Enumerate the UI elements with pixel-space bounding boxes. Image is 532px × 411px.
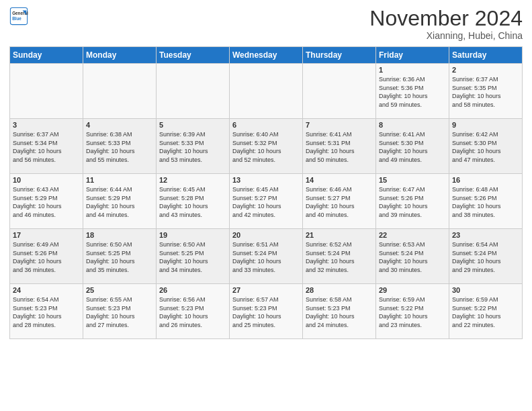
day-info: Sunrise: 6:39 AM Sunset: 5:33 PM Dayligh… — [159, 130, 226, 164]
day-info: Sunrise: 6:46 AM Sunset: 5:27 PM Dayligh… — [306, 185, 373, 219]
calendar-cell: 27Sunrise: 6:57 AM Sunset: 5:23 PM Dayli… — [230, 284, 303, 339]
day-info: Sunrise: 6:56 AM Sunset: 5:23 PM Dayligh… — [159, 295, 226, 329]
day-info: Sunrise: 6:50 AM Sunset: 5:25 PM Dayligh… — [159, 240, 226, 274]
day-number: 1 — [379, 66, 446, 74]
calendar-cell: 1Sunrise: 6:36 AM Sunset: 5:36 PM Daylig… — [376, 64, 449, 119]
calendar-cell — [157, 64, 230, 119]
calendar-cell: 24Sunrise: 6:54 AM Sunset: 5:23 PM Dayli… — [10, 284, 83, 339]
day-info: Sunrise: 6:41 AM Sunset: 5:31 PM Dayligh… — [306, 130, 373, 164]
calendar-cell: 30Sunrise: 6:59 AM Sunset: 5:22 PM Dayli… — [449, 284, 523, 339]
week-row-1: 1Sunrise: 6:36 AM Sunset: 5:36 PM Daylig… — [10, 64, 523, 119]
week-row-4: 17Sunrise: 6:49 AM Sunset: 5:26 PM Dayli… — [10, 229, 523, 284]
calendar-cell: 28Sunrise: 6:58 AM Sunset: 5:23 PM Dayli… — [303, 284, 376, 339]
day-info: Sunrise: 6:59 AM Sunset: 5:22 PM Dayligh… — [379, 295, 446, 329]
day-info: Sunrise: 6:57 AM Sunset: 5:23 PM Dayligh… — [232, 295, 300, 329]
day-info: Sunrise: 6:47 AM Sunset: 5:26 PM Dayligh… — [379, 185, 446, 219]
day-number: 17 — [13, 231, 80, 239]
day-number: 22 — [379, 231, 446, 239]
logo: General Blue — [9, 7, 28, 26]
calendar-cell: 18Sunrise: 6:50 AM Sunset: 5:25 PM Dayli… — [83, 229, 157, 284]
day-number: 14 — [306, 176, 373, 184]
day-info: Sunrise: 6:45 AM Sunset: 5:28 PM Dayligh… — [159, 185, 226, 219]
calendar-cell: 22Sunrise: 6:53 AM Sunset: 5:24 PM Dayli… — [376, 229, 449, 284]
day-number: 24 — [13, 286, 80, 294]
day-number: 3 — [13, 121, 80, 129]
calendar-cell: 7Sunrise: 6:41 AM Sunset: 5:31 PM Daylig… — [303, 119, 376, 174]
day-info: Sunrise: 6:40 AM Sunset: 5:32 PM Dayligh… — [232, 130, 300, 164]
calendar-cell: 13Sunrise: 6:45 AM Sunset: 5:27 PM Dayli… — [230, 174, 303, 229]
day-number: 19 — [159, 231, 226, 239]
day-info: Sunrise: 6:52 AM Sunset: 5:24 PM Dayligh… — [306, 240, 373, 274]
calendar-cell: 20Sunrise: 6:51 AM Sunset: 5:24 PM Dayli… — [230, 229, 303, 284]
day-number: 16 — [452, 176, 519, 184]
calendar-cell: 19Sunrise: 6:50 AM Sunset: 5:25 PM Dayli… — [157, 229, 230, 284]
calendar-cell — [230, 64, 303, 119]
day-number: 21 — [306, 231, 373, 239]
day-number: 8 — [379, 121, 446, 129]
calendar-cell: 9Sunrise: 6:42 AM Sunset: 5:30 PM Daylig… — [449, 119, 523, 174]
day-info: Sunrise: 6:55 AM Sunset: 5:23 PM Dayligh… — [86, 295, 153, 329]
calendar-cell — [10, 64, 83, 119]
calendar-cell: 26Sunrise: 6:56 AM Sunset: 5:23 PM Dayli… — [157, 284, 230, 339]
day-number: 7 — [306, 121, 373, 129]
calendar-cell: 16Sunrise: 6:48 AM Sunset: 5:26 PM Dayli… — [449, 174, 523, 229]
weekday-header-saturday: Saturday — [449, 47, 523, 64]
day-number: 13 — [232, 176, 300, 184]
day-number: 15 — [379, 176, 446, 184]
location: Xianning, Hubei, China — [369, 30, 523, 41]
calendar-cell: 11Sunrise: 6:44 AM Sunset: 5:29 PM Dayli… — [83, 174, 157, 229]
day-number: 5 — [159, 121, 226, 129]
weekday-header-wednesday: Wednesday — [230, 47, 303, 64]
calendar-cell: 12Sunrise: 6:45 AM Sunset: 5:28 PM Dayli… — [157, 174, 230, 229]
day-number: 11 — [86, 176, 153, 184]
day-number: 26 — [159, 286, 226, 294]
day-number: 6 — [232, 121, 300, 129]
day-number: 2 — [452, 66, 519, 74]
day-info: Sunrise: 6:38 AM Sunset: 5:33 PM Dayligh… — [86, 130, 153, 164]
day-number: 28 — [306, 286, 373, 294]
weekday-header-tuesday: Tuesday — [157, 47, 230, 64]
calendar-cell: 21Sunrise: 6:52 AM Sunset: 5:24 PM Dayli… — [303, 229, 376, 284]
day-info: Sunrise: 6:54 AM Sunset: 5:23 PM Dayligh… — [13, 295, 80, 329]
calendar-cell: 23Sunrise: 6:54 AM Sunset: 5:24 PM Dayli… — [449, 229, 523, 284]
page: General Blue November 2024 Xianning, Hub… — [0, 0, 532, 411]
day-info: Sunrise: 6:37 AM Sunset: 5:35 PM Dayligh… — [452, 75, 519, 109]
calendar-cell: 3Sunrise: 6:37 AM Sunset: 5:34 PM Daylig… — [10, 119, 83, 174]
day-info: Sunrise: 6:54 AM Sunset: 5:24 PM Dayligh… — [452, 240, 519, 274]
day-number: 23 — [452, 231, 519, 239]
day-info: Sunrise: 6:45 AM Sunset: 5:27 PM Dayligh… — [232, 185, 300, 219]
day-number: 20 — [232, 231, 300, 239]
calendar-cell: 25Sunrise: 6:55 AM Sunset: 5:23 PM Dayli… — [83, 284, 157, 339]
weekday-header-monday: Monday — [83, 47, 157, 64]
calendar-cell: 8Sunrise: 6:41 AM Sunset: 5:30 PM Daylig… — [376, 119, 449, 174]
week-row-5: 24Sunrise: 6:54 AM Sunset: 5:23 PM Dayli… — [10, 284, 523, 339]
weekday-header-friday: Friday — [376, 47, 449, 64]
logo-icon: General Blue — [9, 7, 28, 26]
svg-text:Blue: Blue — [12, 16, 21, 21]
day-number: 9 — [452, 121, 519, 129]
month-title: November 2024 — [369, 7, 523, 30]
day-info: Sunrise: 6:59 AM Sunset: 5:22 PM Dayligh… — [452, 295, 519, 329]
calendar: SundayMondayTuesdayWednesdayThursdayFrid… — [9, 46, 523, 339]
header: General Blue November 2024 Xianning, Hub… — [9, 7, 523, 41]
day-info: Sunrise: 6:49 AM Sunset: 5:26 PM Dayligh… — [13, 240, 80, 274]
calendar-cell: 15Sunrise: 6:47 AM Sunset: 5:26 PM Dayli… — [376, 174, 449, 229]
day-info: Sunrise: 6:42 AM Sunset: 5:30 PM Dayligh… — [452, 130, 519, 164]
day-info: Sunrise: 6:50 AM Sunset: 5:25 PM Dayligh… — [86, 240, 153, 274]
calendar-cell — [83, 64, 157, 119]
calendar-body: 1Sunrise: 6:36 AM Sunset: 5:36 PM Daylig… — [10, 64, 523, 339]
day-number: 4 — [86, 121, 153, 129]
day-number: 12 — [159, 176, 226, 184]
weekday-row: SundayMondayTuesdayWednesdayThursdayFrid… — [10, 47, 523, 64]
week-row-2: 3Sunrise: 6:37 AM Sunset: 5:34 PM Daylig… — [10, 119, 523, 174]
calendar-cell: 5Sunrise: 6:39 AM Sunset: 5:33 PM Daylig… — [157, 119, 230, 174]
day-info: Sunrise: 6:37 AM Sunset: 5:34 PM Dayligh… — [13, 130, 80, 164]
week-row-3: 10Sunrise: 6:43 AM Sunset: 5:29 PM Dayli… — [10, 174, 523, 229]
day-info: Sunrise: 6:43 AM Sunset: 5:29 PM Dayligh… — [13, 185, 80, 219]
calendar-cell: 17Sunrise: 6:49 AM Sunset: 5:26 PM Dayli… — [10, 229, 83, 284]
day-number: 25 — [86, 286, 153, 294]
calendar-header: SundayMondayTuesdayWednesdayThursdayFrid… — [10, 47, 523, 64]
calendar-cell: 2Sunrise: 6:37 AM Sunset: 5:35 PM Daylig… — [449, 64, 523, 119]
day-number: 10 — [13, 176, 80, 184]
day-info: Sunrise: 6:51 AM Sunset: 5:24 PM Dayligh… — [232, 240, 300, 274]
